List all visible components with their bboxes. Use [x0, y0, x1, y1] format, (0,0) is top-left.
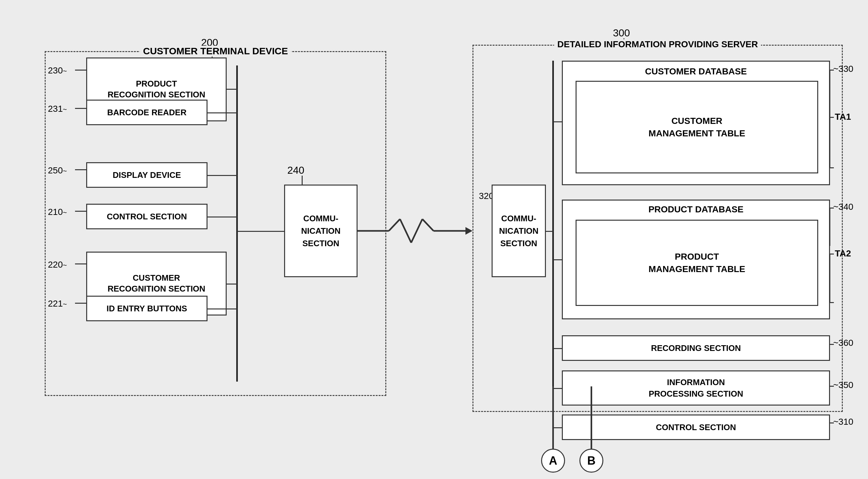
id-entry-text: ID ENTRY BUTTONS [106, 304, 187, 313]
control-section-server-box2: CONTROL SECTION [562, 415, 830, 440]
id-entry-box: ID ENTRY BUTTONS [86, 296, 208, 321]
ref330-label: ~330 [833, 64, 853, 74]
info-proc-box2: INFORMATIONPROCESSING SECTION [562, 370, 830, 406]
ref250-label: 250~ [48, 166, 67, 176]
svg-line-11 [422, 219, 434, 231]
ref350-label: ~350 [833, 380, 853, 390]
customer-db-outer: CUSTOMER DATABASE CUSTOMERMANAGEMENT TAB… [562, 61, 830, 185]
ref360-label: ~360 [833, 338, 853, 348]
circle-b: B [580, 449, 603, 473]
customer-recog-text: CUSTOMERRECOGNITION SECTION [107, 273, 205, 294]
circle-a: A [541, 449, 565, 473]
svg-line-8 [389, 219, 400, 231]
ref310-label: ~310 [833, 417, 853, 427]
circle-b-label: B [587, 454, 596, 468]
svg-line-10 [411, 219, 422, 243]
customer-mgmt-inner: CUSTOMERMANAGEMENT TABLE [576, 81, 818, 173]
ta2-label2: TA2 [835, 248, 851, 259]
display-device-box2: DISPLAY DEVICE [86, 162, 208, 188]
zigzag-svg [357, 194, 478, 271]
barcode-reader-box2: BARCODE READER [86, 100, 208, 125]
ref221-label: 221~ [48, 299, 67, 309]
svg-marker-13 [465, 227, 472, 235]
ref231-label: 231~ [48, 104, 67, 114]
product-db-outer: PRODUCT DATABASE PRODUCTMANAGEMENT TABLE [562, 200, 830, 319]
product-mgmt-inner: PRODUCTMANAGEMENT TABLE [576, 220, 818, 306]
ref210-label: 210~ [48, 207, 67, 217]
barcode-reader-text: BARCODE READER [107, 108, 186, 118]
recording-section-box2: RECORDING SECTION [562, 335, 830, 361]
customer-db-header-text: CUSTOMER DATABASE [563, 66, 829, 77]
product-mgmt-text: PRODUCTMANAGEMENT TABLE [649, 250, 745, 275]
control-section-terminal-box2: CONTROL SECTION [86, 204, 208, 229]
customer-terminal-heading: CUSTOMER TERMINAL DEVICE [140, 46, 291, 57]
control-section-terminal-text: CONTROL SECTION [107, 212, 187, 221]
comm-terminal-box: COMMU-NICATIONSECTION [284, 185, 358, 277]
comm-terminal-text: COMMU-NICATIONSECTION [301, 212, 341, 250]
product-db-header-text: PRODUCT DATABASE [563, 204, 829, 215]
ta1-label2: TA1 [835, 112, 851, 122]
ref220-label: 220~ [48, 260, 67, 270]
server-heading: DETAILED INFORMATION PROVIDING SERVER [554, 39, 761, 50]
ref230-label: 230~ [48, 65, 67, 76]
info-proc-text: INFORMATIONPROCESSING SECTION [649, 377, 743, 400]
ref240-label: 240 [287, 164, 304, 176]
comm-server-box: COMMU-NICATIONSECTION [492, 185, 546, 277]
server-vbus [552, 61, 554, 386]
display-device-text: DISPLAY DEVICE [113, 170, 181, 180]
circle-a-label: A [549, 454, 557, 468]
product-recog-text: PRODUCTRECOGNITION SECTION [107, 79, 205, 100]
ref340-label: ~340 [833, 202, 853, 212]
customer-mgmt-text: CUSTOMERMANAGEMENT TABLE [649, 115, 745, 140]
recording-section-text: RECORDING SECTION [651, 343, 741, 353]
control-section-server-text: CONTROL SECTION [656, 422, 736, 432]
comm-server-text: COMMU-NICATIONSECTION [499, 212, 538, 250]
svg-line-9 [400, 219, 411, 243]
label-300: 300 [613, 27, 630, 39]
